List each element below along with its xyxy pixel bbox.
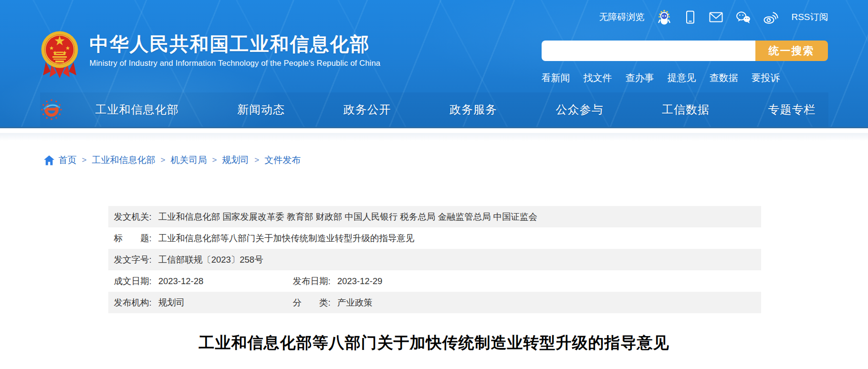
home-icon	[44, 155, 54, 165]
nav-item-participation[interactable]: 公众参与	[556, 102, 604, 117]
meta-row-issuing-org: 发文机关: 工业和信息化部 国家发展改革委 教育部 财政部 中国人民银行 税务总…	[108, 206, 761, 227]
meta-value: 工信部联规〔2023〕258号	[158, 254, 263, 266]
quick-link-services[interactable]: 查办事	[626, 72, 654, 84]
nav-item-news[interactable]: 新闻动态	[237, 102, 285, 117]
wechat-icon[interactable]	[736, 11, 751, 24]
nav-item-gov-services[interactable]: 政务服务	[450, 102, 497, 117]
breadcrumb-bureaus[interactable]: 机关司局	[170, 154, 207, 166]
accessibility-link[interactable]: 无障碍浏览	[599, 11, 644, 23]
meta-value: 2023-12-29	[337, 276, 383, 287]
meta-row-doc-number: 发文字号: 工信部联规〔2023〕258号	[108, 249, 761, 270]
breadcrumb: 首页 > 工业和信息化部 > 机关司局 > 规划司 > 文件发布	[40, 154, 828, 166]
rss-link[interactable]: RSS订阅	[791, 11, 828, 23]
mail-icon[interactable]	[709, 12, 723, 22]
meta-value: 规划司	[158, 297, 185, 308]
search-area: 统一搜索 看新闻 找文件 查办事 提意见 查数据 要投诉	[542, 41, 828, 84]
breadcrumb-separator: >	[160, 155, 165, 165]
breadcrumb-separator: >	[82, 155, 87, 165]
unified-search-button[interactable]: 统一搜索	[755, 41, 828, 61]
national-emblem-icon	[40, 29, 79, 80]
quick-links: 看新闻 找文件 查办事 提意见 查数据 要投诉	[542, 72, 780, 84]
meta-row-dates: 成文日期: 2023-12-28 发布日期: 2023-12-29	[108, 270, 761, 292]
nav-item-data[interactable]: 工信数据	[662, 102, 710, 117]
meta-label: 发布机构:	[114, 297, 152, 308]
breadcrumb-home[interactable]: 首页	[59, 154, 77, 166]
mobile-icon[interactable]	[684, 10, 696, 24]
quick-link-news[interactable]: 看新闻	[542, 72, 570, 84]
breadcrumb-planning[interactable]: 规划司	[222, 154, 249, 166]
quick-link-complaint[interactable]: 要投诉	[752, 72, 780, 84]
quick-link-feedback[interactable]: 提意见	[668, 72, 696, 84]
site-subtitle: Ministry of Industry and Information Tec…	[90, 59, 381, 68]
meta-value: 2023-12-28	[158, 276, 204, 287]
main-nav: 工业和信息化部 新闻动态 政务公开 政务服务 公众参与 工信数据 专题专栏	[40, 92, 828, 127]
miit-gear-logo-icon	[41, 99, 63, 123]
search-input[interactable]	[542, 41, 755, 61]
nav-list: 工业和信息化部 新闻动态 政务公开 政务服务 公众参与 工信数据 专题专栏	[95, 92, 816, 127]
meta-label: 分 类:	[293, 297, 331, 308]
nav-item-miit[interactable]: 工业和信息化部	[95, 102, 179, 117]
weibo-icon[interactable]	[763, 11, 778, 24]
meta-label: 标 题:	[114, 232, 152, 244]
breadcrumb-miit[interactable]: 工业和信息化部	[92, 154, 155, 166]
meta-value: 工业和信息化部等八部门关于加快传统制造业转型升级的指导意见	[158, 232, 415, 244]
site-header: 无障碍浏览	[0, 0, 868, 128]
utility-bar: 无障碍浏览	[599, 10, 828, 25]
breadcrumb-separator: >	[212, 155, 217, 165]
nav-item-gov-info[interactable]: 政务公开	[344, 102, 391, 117]
meta-label: 发文字号:	[114, 254, 152, 266]
breadcrumb-current[interactable]: 文件发布	[264, 154, 301, 166]
site-logo: 中华人民共和国工业和信息化部 Ministry of Industry and …	[40, 29, 381, 80]
quick-link-data[interactable]: 查数据	[710, 72, 738, 84]
meta-value: 工业和信息化部 国家发展改革委 教育部 财政部 中国人民银行 税务总局 金融监管…	[158, 211, 537, 223]
meta-row-title: 标 题: 工业和信息化部等八部门关于加快传统制造业转型升级的指导意见	[108, 227, 761, 249]
meta-label: 发文机关:	[114, 211, 152, 223]
meta-label: 发布日期:	[293, 275, 331, 287]
meta-label: 成文日期:	[114, 275, 152, 287]
robot-assistant-icon[interactable]	[657, 10, 671, 25]
meta-row-publisher: 发布机构: 规划司 分 类: 产业政策	[108, 292, 761, 313]
nav-item-topics[interactable]: 专题专栏	[768, 102, 816, 117]
site-title: 中华人民共和国工业和信息化部	[90, 33, 381, 54]
article-title: 工业和信息化部等八部门关于加快传统制造业转型升级的指导意见	[40, 332, 828, 354]
document-meta-table: 发文机关: 工业和信息化部 国家发展改革委 教育部 财政部 中国人民银行 税务总…	[108, 206, 761, 313]
quick-link-files[interactable]: 找文件	[584, 72, 612, 84]
meta-value: 产业政策	[337, 297, 373, 308]
breadcrumb-separator: >	[254, 155, 259, 165]
header-shadow-strip	[0, 133, 868, 141]
